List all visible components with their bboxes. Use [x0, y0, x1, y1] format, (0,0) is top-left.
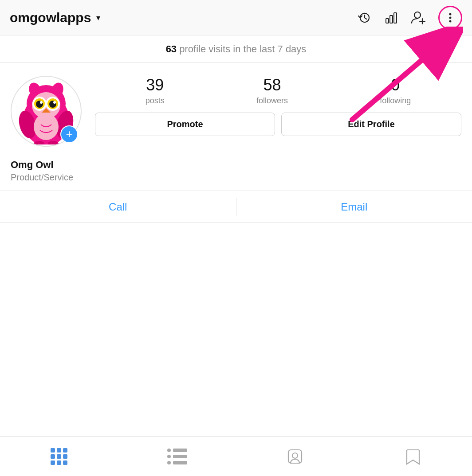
posts-count: 39 — [146, 76, 164, 94]
visits-text: profile visits in the last 7 days — [177, 43, 306, 55]
tab-saved[interactable] — [354, 437, 472, 476]
posts-label: posts — [146, 96, 165, 105]
svg-point-3 — [414, 12, 421, 18]
visits-banner: 63 profile visits in the last 7 days — [0, 35, 472, 62]
grid-icon — [51, 448, 67, 465]
plus-icon: + — [66, 128, 72, 140]
visits-count: 63 — [166, 43, 177, 55]
following-stat: 0 following — [380, 76, 411, 105]
call-button[interactable]: Call — [0, 191, 236, 222]
saved-icon — [405, 448, 421, 465]
header: omgowlapps ▾ — [0, 0, 472, 35]
add-photo-button[interactable]: + — [60, 125, 78, 143]
svg-point-29 — [292, 453, 298, 458]
add-person-icon[interactable] — [411, 11, 426, 25]
followers-label: followers — [256, 96, 288, 105]
stats-area: 39 posts 58 followers 0 following Promot… — [95, 76, 461, 136]
more-options-button[interactable] — [438, 6, 462, 30]
svg-rect-1 — [390, 16, 393, 23]
tab-list[interactable] — [118, 437, 236, 476]
username-label: omgowlapps — [10, 10, 91, 25]
svg-point-21 — [53, 101, 56, 104]
stats-row: 39 posts 58 followers 0 following — [95, 76, 461, 105]
profile-name: Omg Owl — [11, 159, 461, 171]
svg-point-7 — [449, 16, 452, 19]
following-count: 0 — [391, 76, 400, 94]
svg-point-6 — [449, 13, 452, 15]
action-buttons: Promote Edit Profile — [95, 113, 461, 136]
list-icon — [167, 449, 187, 464]
posts-stat: 39 posts — [146, 76, 165, 105]
svg-rect-28 — [288, 450, 302, 463]
tab-grid[interactable] — [0, 437, 118, 476]
tab-tagged[interactable] — [236, 437, 354, 476]
followers-stat: 58 followers — [256, 76, 288, 105]
edit-profile-button[interactable]: Edit Profile — [281, 113, 461, 136]
following-label: following — [380, 96, 411, 105]
svg-rect-0 — [386, 19, 389, 23]
svg-point-20 — [40, 101, 43, 104]
email-button[interactable]: Email — [236, 191, 472, 222]
bio-section: Omg Owl Product/Service — [0, 156, 472, 191]
svg-point-8 — [449, 20, 452, 22]
tagged-icon — [287, 448, 303, 465]
stats-icon[interactable] — [384, 11, 398, 25]
chevron-down-icon[interactable]: ▾ — [96, 13, 100, 23]
promote-button[interactable]: Promote — [95, 113, 275, 136]
header-left: omgowlapps ▾ — [10, 10, 100, 25]
avatar-wrapper: + — [11, 76, 82, 147]
bottom-tabs — [0, 436, 472, 476]
profile-section: + 39 posts 58 followers 0 following Prom… — [0, 62, 472, 156]
header-icons — [358, 6, 462, 30]
svg-rect-2 — [394, 13, 397, 23]
history-icon[interactable] — [358, 11, 372, 25]
followers-count: 58 — [263, 76, 281, 94]
contact-section: Call Email — [0, 191, 472, 223]
profile-category: Product/Service — [11, 172, 461, 183]
